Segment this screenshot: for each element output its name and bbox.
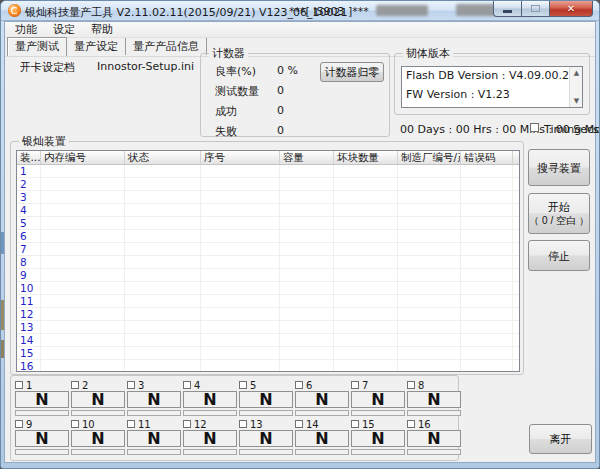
stop-button[interactable]: 停止 <box>528 240 590 271</box>
port-slot: 2N <box>71 380 125 416</box>
port-status-display: N <box>407 430 461 447</box>
table-cell <box>125 165 201 178</box>
table-row[interactable]: 6 <box>17 230 519 243</box>
table-row[interactable]: 3 <box>17 191 519 204</box>
port-checkbox[interactable] <box>127 381 135 389</box>
setup-file-value: Innostor-Setup.ini <box>97 60 194 73</box>
table-cell <box>280 295 334 308</box>
table-row[interactable]: 2 <box>17 178 519 191</box>
table-row[interactable]: 11 <box>17 295 519 308</box>
port-checkbox[interactable] <box>239 381 247 389</box>
exit-button[interactable]: 离开 <box>529 424 592 454</box>
table-cell <box>201 243 280 256</box>
table-row[interactable]: 4 <box>17 204 519 217</box>
table-cell <box>398 165 461 178</box>
table-cell <box>461 347 513 360</box>
port-progress-bar <box>351 410 405 416</box>
table-cell <box>398 282 461 295</box>
menu-item-2[interactable]: 帮助 <box>83 22 121 38</box>
table-row[interactable]: 16 <box>17 360 519 372</box>
port-checkbox[interactable] <box>351 420 359 428</box>
scroll-down-icon[interactable]: ▼ <box>570 95 583 107</box>
table-row[interactable]: 1 <box>17 165 519 178</box>
column-header-filler <box>513 151 519 164</box>
table-row[interactable]: 8 <box>17 256 519 269</box>
port-status-display: N <box>239 391 293 408</box>
port-slot: 3N <box>127 380 181 416</box>
column-header[interactable]: 内存编号 <box>41 151 125 164</box>
table-row[interactable]: 10 <box>17 282 519 295</box>
tab-1[interactable]: 量产设定 <box>67 38 126 55</box>
menu-item-1[interactable]: 设定 <box>45 22 83 38</box>
port-slot: 12N <box>183 419 237 455</box>
port-checkbox[interactable] <box>183 420 191 428</box>
port-checkbox[interactable] <box>295 420 303 428</box>
port-slot-header: 13 <box>239 419 293 429</box>
start-button[interactable]: 开始 （ 0 / 空白 ） <box>528 193 590 234</box>
column-header[interactable]: 序号 <box>201 151 280 164</box>
port-number-label: 8 <box>418 380 424 391</box>
port-checkbox[interactable] <box>351 381 359 389</box>
column-header[interactable]: 容量 <box>280 151 334 164</box>
table-row[interactable]: 14 <box>17 334 519 347</box>
row-number-cell: 6 <box>17 230 41 243</box>
counter-value: 0 <box>277 104 284 117</box>
table-cell <box>280 178 334 191</box>
port-status-display: N <box>15 430 69 447</box>
maximize-button[interactable] <box>522 1 549 17</box>
firmware-listbox[interactable]: Flash DB Version : V4.09.00.25FW Version… <box>401 66 583 108</box>
table-row[interactable]: 9 <box>17 269 519 282</box>
port-checkbox[interactable] <box>295 381 303 389</box>
port-checkbox[interactable] <box>407 381 415 389</box>
table-cell <box>201 165 280 178</box>
column-header[interactable]: 制造厂编号/产... <box>398 151 461 164</box>
table-cell-filler <box>513 165 519 178</box>
scroll-up-icon[interactable]: ▲ <box>570 67 583 79</box>
table-cell <box>41 347 125 360</box>
timing-mode-checkbox[interactable] <box>530 123 539 132</box>
column-header[interactable]: 坏块数量 <box>334 151 398 164</box>
counter-reset-button[interactable]: 计数器归零 <box>320 62 384 82</box>
table-row[interactable]: 5 <box>17 217 519 230</box>
firmware-scrollbar[interactable]: ▲ ▼ <box>569 67 582 107</box>
port-slot-header: 6 <box>295 380 349 390</box>
port-checkbox[interactable] <box>407 420 415 428</box>
app-window: 银灿科技量产工具 V2.11.02.11(2015/09/21) V123_06… <box>0 0 600 469</box>
port-checkbox[interactable] <box>15 381 23 389</box>
port-checkbox[interactable] <box>15 420 23 428</box>
column-header[interactable]: 错误码 <box>461 151 513 164</box>
table-cell <box>280 230 334 243</box>
table-cell <box>41 217 125 230</box>
column-header[interactable]: 装... <box>17 151 41 164</box>
row-number-cell: 1 <box>17 165 41 178</box>
row-number-cell: 14 <box>17 334 41 347</box>
column-header[interactable]: 状态 <box>125 151 201 164</box>
table-row[interactable]: 13 <box>17 321 519 334</box>
port-checkbox[interactable] <box>71 420 79 428</box>
table-cell-filler <box>513 321 519 334</box>
port-progress-bar <box>71 449 125 455</box>
close-button[interactable]: ✕ <box>549 1 593 17</box>
port-number-label: 15 <box>362 419 375 430</box>
title-bar[interactable]: 银灿科技量产工具 V2.11.02.11(2015/09/21) V123_06… <box>1 1 599 21</box>
port-checkbox[interactable] <box>71 381 79 389</box>
tab-0[interactable]: 量产测试 <box>7 37 67 56</box>
table-row[interactable]: 7 <box>17 243 519 256</box>
port-checkbox[interactable] <box>127 420 135 428</box>
table-cell <box>334 321 398 334</box>
timing-mode-label[interactable]: Timing Mode <box>544 123 600 136</box>
port-status-display: N <box>127 430 181 447</box>
menu-item-0[interactable]: 功能 <box>7 22 45 38</box>
table-cell-filler <box>513 178 519 191</box>
port-checkbox[interactable] <box>239 420 247 428</box>
tab-2[interactable]: 量产产品信息 <box>126 38 207 55</box>
table-cell <box>201 230 280 243</box>
table-cell <box>334 256 398 269</box>
minimize-button[interactable] <box>493 1 522 17</box>
port-number-label: 11 <box>138 419 151 430</box>
port-progress-bar <box>127 449 181 455</box>
table-row[interactable]: 15 <box>17 347 519 360</box>
search-devices-button[interactable]: 搜寻装置 <box>528 149 590 186</box>
port-checkbox[interactable] <box>183 381 191 389</box>
table-row[interactable]: 12 <box>17 308 519 321</box>
